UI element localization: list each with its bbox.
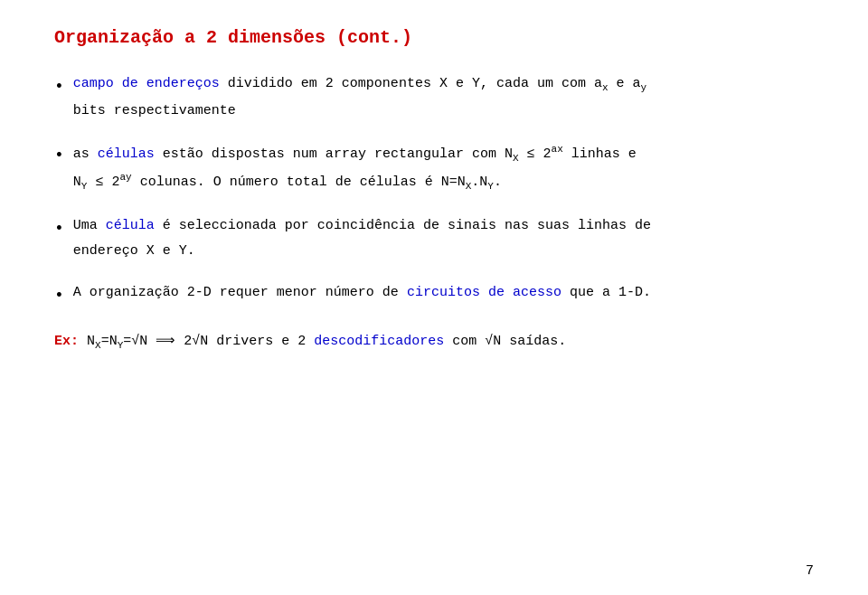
bullet-3: • Uma célula é seleccionada por coincidê… <box>54 215 814 266</box>
page-number: 7 <box>806 563 814 579</box>
text-celula-single: célula <box>106 218 155 233</box>
bullet-1-line2: bits respectivamente <box>73 100 814 122</box>
text-com: com √N saídas. <box>444 334 566 349</box>
bullet-icon-1: • <box>54 74 64 100</box>
text-estao: estão dispostas num array rectangular co… <box>155 146 637 162</box>
text-seleccionada: é seleccionada por coincidência de sinai… <box>155 218 651 233</box>
bullet-1-line1: campo de endereços dividido em 2 compone… <box>73 73 814 97</box>
bullet-icon-3: • <box>54 216 64 242</box>
text-circuitos: circuitos de acesso <box>407 285 561 300</box>
bullet-3-line2: endereço X e Y. <box>73 241 814 262</box>
text-que: que a 1-D. <box>561 285 651 300</box>
bullet-2-text: as células estão dispostas num array rec… <box>73 142 814 199</box>
example-text: NX=NY=√N ⟹ 2√N drivers e 2 <box>79 334 314 349</box>
example-section: Ex: NX=NY=√N ⟹ 2√N drivers e 2 descodifi… <box>54 331 814 354</box>
text-dividido: dividido em 2 componentes X e Y, cada um… <box>220 76 646 91</box>
example-line: Ex: NX=NY=√N ⟹ 2√N drivers e 2 descodifi… <box>54 331 814 354</box>
bullet-2-line1: as células estão dispostas num array rec… <box>73 142 814 167</box>
bullet-4-line1: A organização 2-D requer menor número de… <box>73 282 814 304</box>
text-as: as <box>73 146 98 162</box>
bullet-3-text: Uma célula é seleccionada por coincidênc… <box>73 215 814 266</box>
page-container: Organização a 2 dimensões (cont.) • camp… <box>0 0 868 595</box>
bullet-2: • as células estão dispostas num array r… <box>54 142 814 199</box>
page-title: Organização a 2 dimensões (cont.) <box>54 27 814 48</box>
text-celulas: células <box>98 146 155 162</box>
text-uma: Uma <box>73 218 106 233</box>
text-descodificadores: descodificadores <box>314 334 444 349</box>
bullet-2-line2: NY ≤ 2ay colunas. O número total de célu… <box>73 170 814 195</box>
bullet-4: • A organização 2-D requer menor número … <box>54 282 814 309</box>
bullet-1: • campo de endereços dividido em 2 compo… <box>54 73 814 126</box>
bullet-1-text: campo de endereços dividido em 2 compone… <box>73 73 814 126</box>
text-organizacao: A organização 2-D requer menor número de <box>73 285 407 300</box>
example-label: Ex: <box>54 334 79 349</box>
text-campo: campo de endereços <box>73 76 220 91</box>
bullet-icon-4: • <box>54 283 64 309</box>
text-ny: NY ≤ 2ay colunas. O número total de célu… <box>73 175 502 190</box>
bullet-4-text: A organização 2-D requer menor número de… <box>73 282 814 307</box>
content-area: • campo de endereços dividido em 2 compo… <box>54 73 814 354</box>
bullet-3-line1: Uma célula é seleccionada por coincidênc… <box>73 215 814 237</box>
bullet-icon-2: • <box>54 143 64 169</box>
